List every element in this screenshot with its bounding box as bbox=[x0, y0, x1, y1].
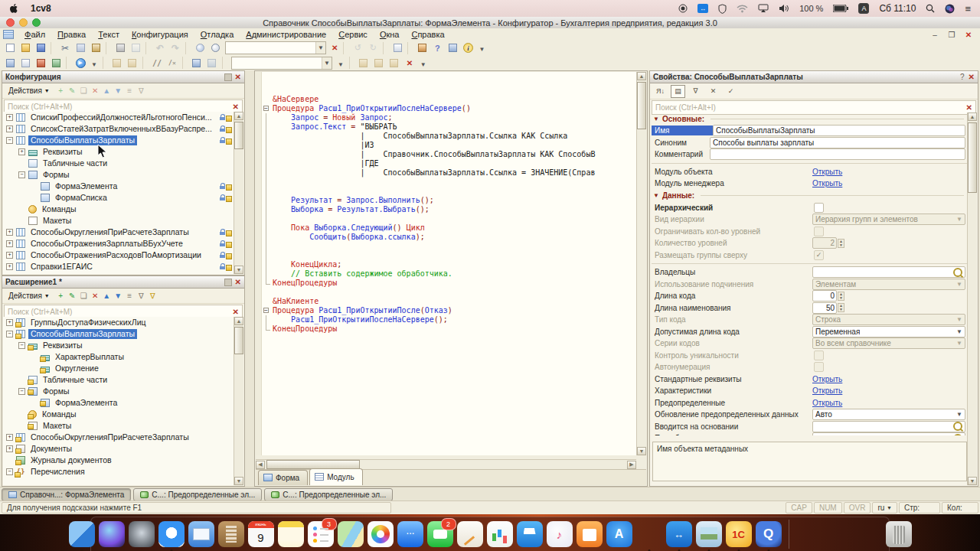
extension-scrollbar[interactable]: ▲▼ bbox=[234, 317, 243, 485]
property-label[interactable]: Тип кода bbox=[652, 315, 812, 324]
dock-keynote[interactable] bbox=[517, 521, 543, 547]
property-label[interactable]: Автонумерация bbox=[652, 363, 812, 371]
magnifier-icon[interactable] bbox=[953, 434, 962, 435]
code-line[interactable] bbox=[263, 242, 636, 251]
helpq-icon[interactable] bbox=[430, 42, 444, 54]
info-icon[interactable] bbox=[461, 42, 475, 54]
clear-search-icon[interactable]: ✕ bbox=[963, 103, 975, 112]
fwd-icon[interactable] bbox=[366, 42, 380, 54]
code-line[interactable]: Запрос.Текст = "ВЫБРАТЬ bbox=[263, 122, 636, 132]
menu-Отладка[interactable]: Отладка bbox=[194, 29, 240, 40]
list-icon[interactable]: ≡ bbox=[125, 291, 135, 301]
code-line[interactable]: | СпособыВыплатыЗарплаты.Ссылка КАК Ссыл… bbox=[263, 132, 636, 141]
configuration-panel-header[interactable]: Конфигурация ✕ bbox=[2, 71, 244, 83]
tree-item[interactable]: −СпособыВыплатыЗарплаты bbox=[3, 328, 234, 340]
tree-item[interactable]: Макеты bbox=[3, 215, 234, 227]
dock-stack-textedit[interactable] bbox=[856, 521, 882, 547]
property-label[interactable]: Владельцы bbox=[652, 268, 812, 276]
property-label[interactable]: Контроль уникальности bbox=[652, 351, 812, 360]
property-search-field[interactable] bbox=[812, 266, 965, 278]
expand-icon[interactable]: + bbox=[6, 263, 13, 270]
property-value-field[interactable]: СпособыВыплатыЗарплаты bbox=[713, 125, 965, 136]
property-value-field[interactable]: Способы выплаты зарплаты bbox=[710, 137, 965, 148]
shield-icon[interactable] bbox=[718, 3, 727, 14]
code-line[interactable]: КонецЦикла; bbox=[263, 260, 636, 269]
tree-item[interactable]: −Формы bbox=[3, 169, 234, 181]
tree-item[interactable]: Макеты bbox=[3, 420, 234, 432]
move-down-icon[interactable]: ▼ bbox=[113, 291, 123, 301]
spotlight-icon[interactable] bbox=[926, 3, 935, 14]
comment-icon[interactable] bbox=[150, 57, 164, 69]
tree-item[interactable]: ФормаЭлемента bbox=[3, 397, 234, 409]
dock-calendar[interactable]: июнь9 bbox=[248, 521, 274, 547]
properties-search-input[interactable] bbox=[652, 103, 963, 112]
pin-icon[interactable] bbox=[224, 73, 232, 81]
editor-tab-модуль[interactable]: Модуль bbox=[309, 468, 362, 485]
menu-Текст[interactable]: Текст bbox=[92, 29, 126, 40]
scroll-up-icon[interactable]: ▲ bbox=[637, 72, 646, 80]
tree-item[interactable]: +ГруппыДоступаФизическихЛиц bbox=[3, 317, 234, 328]
dock-launchpad[interactable] bbox=[129, 521, 155, 547]
dock-numbers[interactable] bbox=[487, 521, 513, 547]
tree-item[interactable]: +Документы bbox=[3, 443, 234, 455]
extension-search-input[interactable] bbox=[5, 308, 230, 316]
tree-item[interactable]: +СпособыОтраженияЗарплатыВБухУчете bbox=[3, 238, 234, 249]
scroll-right-icon[interactable]: ▶ bbox=[627, 461, 636, 469]
open-link[interactable]: Открыть bbox=[812, 399, 842, 407]
code-line[interactable]: Процедура Расш1_ПриОткрытииПосле(Отказ) bbox=[263, 306, 636, 315]
collapse-icon[interactable]: − bbox=[6, 331, 13, 337]
openmod-icon[interactable] bbox=[357, 57, 371, 69]
collapse-icon[interactable]: − bbox=[18, 388, 25, 395]
property-checkbox[interactable] bbox=[814, 203, 824, 213]
redo-icon[interactable] bbox=[168, 42, 182, 54]
volume-icon[interactable] bbox=[779, 3, 789, 14]
delx-icon[interactable] bbox=[403, 57, 416, 69]
scroll-left-icon[interactable]: ◀ bbox=[256, 461, 265, 469]
property-section-Данные:[interactable]: ▼Данные: bbox=[652, 190, 967, 202]
properties-scrollbar[interactable]: ▲▼ bbox=[967, 112, 977, 485]
code-line[interactable] bbox=[263, 288, 636, 297]
paste-icon[interactable] bbox=[89, 42, 103, 54]
move-up-icon[interactable]: ▲ bbox=[102, 86, 112, 96]
edit-icon[interactable]: ✎ bbox=[67, 291, 77, 301]
copy-icon[interactable]: ❏ bbox=[79, 291, 89, 301]
new-icon[interactable] bbox=[3, 42, 17, 54]
tree-item[interactable]: Команды bbox=[3, 409, 234, 420]
open-link[interactable]: Открыть bbox=[812, 168, 842, 176]
dock-itunes[interactable]: ♪ bbox=[547, 521, 573, 547]
code-line[interactable]: КонецПроцедуры bbox=[263, 279, 636, 288]
toolbar-overflow-icon[interactable]: ▼ bbox=[89, 60, 100, 70]
run-icon[interactable] bbox=[74, 57, 87, 69]
dropdown-icon[interactable]: ▼ bbox=[956, 411, 962, 418]
expand-icon[interactable]: + bbox=[18, 148, 25, 155]
tree-item[interactable]: Табличные части bbox=[3, 158, 234, 169]
spinner-icons[interactable]: ▲▼ bbox=[838, 303, 844, 312]
filter-props-icon[interactable]: ∇ bbox=[688, 85, 703, 98]
property-search-field[interactable] bbox=[812, 432, 965, 435]
formedit-icon[interactable] bbox=[18, 57, 32, 69]
cut-icon[interactable] bbox=[58, 42, 72, 54]
scroll-up-icon[interactable]: ▲ bbox=[968, 112, 977, 121]
battery-icon[interactable] bbox=[833, 3, 848, 14]
property-label[interactable]: Комментарий bbox=[652, 150, 710, 158]
delete-icon[interactable]: ✕ bbox=[90, 291, 100, 301]
tree-item[interactable]: +СпособыОкругленияПриРасчетеЗарплаты bbox=[3, 432, 234, 443]
property-label[interactable]: Допустимая длина кода bbox=[652, 328, 812, 336]
open-link[interactable]: Открыть bbox=[812, 386, 842, 395]
tree-item[interactable]: −СпособыВыплатыЗарплаты bbox=[3, 135, 234, 146]
property-label[interactable]: Обновление предопределенных данных bbox=[652, 410, 812, 419]
dock-teamviewer[interactable]: ↔ bbox=[666, 521, 692, 547]
open-link[interactable]: Открыть bbox=[812, 375, 842, 383]
close-button[interactable]: ✕ bbox=[963, 31, 974, 39]
expand-icon[interactable]: + bbox=[6, 434, 13, 441]
siri-icon[interactable] bbox=[945, 3, 955, 14]
code-line[interactable]: &НаКлиенте bbox=[263, 297, 636, 306]
dock-photos[interactable] bbox=[368, 521, 394, 547]
windows-icon[interactable] bbox=[390, 42, 404, 54]
code-line[interactable]: Результат = Запрос.Выполнить(); bbox=[263, 196, 636, 205]
dock-system-preferences[interactable] bbox=[636, 521, 662, 547]
syntaxdoc-icon[interactable] bbox=[446, 42, 459, 54]
apple-menu-icon[interactable] bbox=[9, 3, 20, 14]
airplay-icon[interactable] bbox=[758, 3, 769, 14]
property-label[interactable]: Поля блокировки данных bbox=[652, 434, 812, 435]
